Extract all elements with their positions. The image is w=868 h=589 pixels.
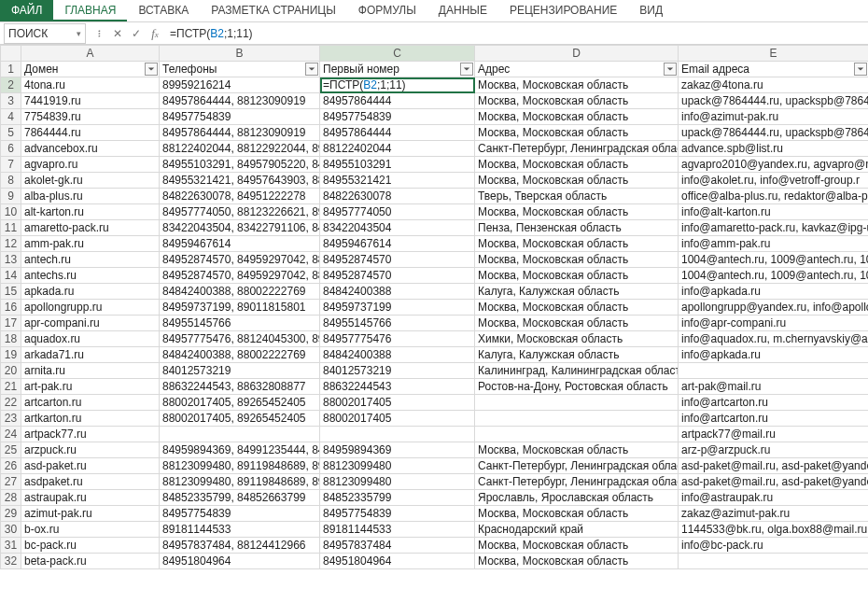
row-header[interactable]: 18 [1,331,21,347]
cell[interactable]: Санкт-Петербург, Ленинградская облас [475,458,679,474]
cell[interactable]: 84842400388, 88002222769 [160,284,320,300]
cell[interactable]: art-pak@mail.ru [679,379,869,395]
cell[interactable]: arkada71.ru [21,347,160,363]
cell[interactable]: 84012573219 [320,363,475,379]
row-header[interactable]: 20 [1,363,21,379]
cell[interactable]: 84957864444 [320,125,475,141]
cell[interactable]: agvapro2010@yandex.ru, agvapro@ran [679,157,869,173]
header-cell[interactable]: Первый номер [320,62,475,77]
cell[interactable]: Санкт-Петербург, Ленинградская облас [475,141,679,157]
cell[interactable]: 84955145766 [320,316,475,331]
cell[interactable]: Москва, Московская область [475,125,679,141]
cell[interactable]: 84957775476 [320,331,475,347]
tab-home[interactable]: ГЛАВНАЯ [53,0,127,21]
cell[interactable]: info@bc-pack.ru [679,538,869,554]
cell[interactable]: office@alba-plus.ru, redaktor@alba-pl [679,189,869,204]
row-header[interactable]: 8 [1,173,21,189]
cell[interactable]: 1144533@bk.ru, olga.box88@mail.ru [679,522,869,538]
col-header-B[interactable]: B [160,46,320,62]
cell[interactable]: info@astraupak.ru [679,490,869,506]
cell[interactable]: 84822630078 [320,189,475,204]
cell[interactable]: bc-pack.ru [21,538,160,554]
cell[interactable]: 84822630078, 84951222278 [160,189,320,204]
cell[interactable]: amm-pak.ru [21,236,160,252]
tab-file[interactable]: ФАЙЛ [0,0,53,21]
cell[interactable]: 88632244543 [320,379,475,395]
cell[interactable]: 4tona.ru [21,77,160,93]
row-header[interactable]: 21 [1,379,21,395]
cell[interactable]: Москва, Московская область [475,204,679,220]
cell[interactable]: 83422043504 [320,220,475,236]
row-header[interactable]: 30 [1,522,21,538]
cell[interactable]: 84957774050, 88123226621, 8999 [160,204,320,220]
spreadsheet-grid[interactable]: A B C D E 1ДоменТелефоныПервый номерАдре… [0,45,868,569]
cell[interactable]: info@amm-pak.ru [679,236,869,252]
cell[interactable] [475,395,679,411]
row-header[interactable]: 28 [1,490,21,506]
cell[interactable]: 84959894369, 84991235444, 8499 [160,442,320,458]
cell[interactable] [475,427,679,442]
filter-dropdown-button[interactable] [664,63,677,76]
cell[interactable]: 89181144533 [320,522,475,538]
cell[interactable]: Ростов-на-Дону, Ростовская область [475,379,679,395]
cell[interactable]: 84952874570, 84959297042, 8800 [160,268,320,284]
cell[interactable]: 84959467614 [160,236,320,252]
header-cell[interactable]: Домен [21,62,160,77]
cell[interactable]: 1004@antech.ru, 1009@antech.ru, 102 [679,268,869,284]
cell[interactable]: akolet-gk.ru [21,173,160,189]
cell[interactable]: arzpuck.ru [21,442,160,458]
cell[interactable]: astraupak.ru [21,490,160,506]
cell[interactable]: 84952874570 [320,252,475,268]
cell[interactable]: 88123099480 [320,474,475,490]
cell[interactable]: Краснодарский край [475,522,679,538]
cell[interactable]: Москва, Московская область [475,316,679,331]
cell[interactable]: 84959894369 [320,442,475,458]
cell[interactable]: 7864444.ru [21,125,160,141]
cell[interactable]: Москва, Московская область [475,77,679,93]
cell[interactable]: 84959467614 [320,236,475,252]
row-header[interactable]: 15 [1,284,21,300]
cell[interactable]: info@apkada.ru [679,284,869,300]
row-header[interactable]: 1 [1,62,21,77]
cancel-formula-button[interactable]: ✕ [108,27,127,40]
cell[interactable]: 88123099480 [320,458,475,474]
row-header[interactable]: 2 [1,77,21,93]
row-header[interactable]: 9 [1,189,21,204]
row-header[interactable]: 19 [1,347,21,363]
cell[interactable]: 84957837484, 88124412966 [160,538,320,554]
cell[interactable]: Химки, Московская область [475,331,679,347]
cell[interactable]: artcarton.ru [21,395,160,411]
cell[interactable]: info@apkada.ru [679,347,869,363]
cell[interactable]: 84957754839 [320,506,475,522]
tab-insert[interactable]: ВСТАВКА [127,0,200,21]
row-header[interactable]: 24 [1,427,21,442]
cell[interactable]: Москва, Московская область [475,442,679,458]
cell[interactable]: 84842400388, 88002222769 [160,347,320,363]
cell[interactable]: amaretto-pack.ru [21,220,160,236]
cell[interactable]: Москва, Московская область [475,506,679,522]
row-header[interactable]: 26 [1,458,21,474]
cell[interactable] [320,427,475,442]
cell[interactable]: arz-p@arzpuck.ru [679,442,869,458]
row-header[interactable]: 22 [1,395,21,411]
cell[interactable]: 84955321421, 84957643903, 8861 [160,173,320,189]
cell[interactable]: apollongrupp.ru [21,300,160,316]
row-header[interactable]: 16 [1,300,21,316]
cell[interactable]: 84957774050 [320,204,475,220]
cell[interactable]: 89959216214 [160,77,320,93]
cell[interactable]: Москва, Московская область [475,236,679,252]
row-header[interactable]: 6 [1,141,21,157]
name-box[interactable]: ПОИСК ▾ [4,23,86,44]
cell[interactable]: b-ox.ru [21,522,160,538]
cell[interactable]: 84959737199 [320,300,475,316]
cell[interactable]: apkada.ru [21,284,160,300]
cell[interactable]: info@artcarton.ru [679,411,869,427]
cell[interactable]: apr-compani.ru [21,316,160,331]
cell[interactable]: 84957775476, 88124045300, 8911 [160,331,320,347]
filter-dropdown-button[interactable] [305,63,318,76]
cell[interactable]: 84957754839 [320,109,475,125]
cell[interactable]: Москва, Московская область [475,93,679,109]
row-header[interactable]: 27 [1,474,21,490]
row-header[interactable]: 29 [1,506,21,522]
cell[interactable]: Москва, Московская область [475,538,679,554]
